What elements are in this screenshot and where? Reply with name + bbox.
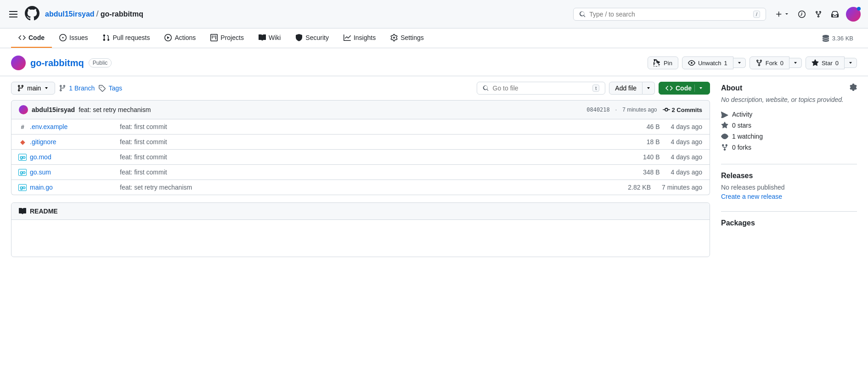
commit-username[interactable]: abdul15irsyad [32, 106, 75, 113]
about-settings-button[interactable] [850, 84, 857, 92]
file-name-text: .env.example [30, 123, 68, 130]
readme-content [11, 220, 710, 257]
file-date: 4 days ago [671, 153, 703, 161]
about-gear-icon [850, 84, 857, 91]
unwatch-dropdown[interactable] [733, 58, 746, 68]
watch-group: Unwatch 1 [682, 56, 746, 69]
branch-chevron [44, 85, 49, 91]
add-file-button[interactable]: Add file [609, 82, 643, 95]
github-logo[interactable] [25, 6, 39, 22]
search-input[interactable] [589, 11, 750, 18]
packages-section: Packages [721, 211, 857, 227]
file-search-icon [483, 84, 489, 92]
file-size: 46 B [647, 123, 671, 130]
commit-avatar [19, 105, 28, 114]
nav-security[interactable]: Security [288, 28, 336, 48]
file-name-text: .gitignore [30, 138, 56, 146]
nav-projects[interactable]: Projects [203, 28, 251, 48]
file-name[interactable]: go main.go [19, 184, 120, 191]
commit-hash[interactable]: 0840218 [586, 107, 610, 113]
forks-link[interactable]: 0 forks [732, 144, 751, 151]
file-name-text: main.go [30, 184, 53, 191]
file-table: # .env.example feat: first commit 46 B 4… [11, 119, 710, 195]
pin-label: Pin [664, 60, 672, 67]
file-name[interactable]: go go.sum [19, 168, 120, 176]
stars-link[interactable]: 0 stars [732, 122, 751, 129]
nav-actions[interactable]: Actions [157, 28, 203, 48]
star-dropdown[interactable] [845, 58, 857, 68]
actions-icon [164, 34, 172, 41]
pin-button[interactable]: Pin [648, 56, 678, 69]
file-search[interactable]: t [477, 82, 605, 95]
user-avatar[interactable] [846, 7, 861, 22]
activity-link[interactable]: Activity [732, 111, 752, 118]
fork-icon [755, 59, 763, 67]
add-chevron-icon [646, 86, 651, 90]
add-file-dropdown[interactable] [643, 82, 655, 95]
file-icon-go: go [19, 153, 26, 161]
insights-icon [344, 34, 351, 41]
repo-avatar [11, 56, 26, 70]
file-row: go main.go feat: set retry mechanism 2.8… [11, 180, 710, 195]
branch-count-link[interactable]: 1 Branch [69, 84, 95, 92]
hamburger-button[interactable] [7, 9, 19, 19]
code-btn-label: Code [676, 84, 692, 92]
code-button[interactable]: Code [659, 82, 710, 95]
unwatch-button[interactable]: Unwatch 1 [682, 56, 733, 69]
sidebar: About No description, website, or topics… [721, 76, 857, 257]
tags-link[interactable]: Tags [108, 84, 122, 92]
branch-name: main [27, 84, 41, 92]
plus-chevron-icon [784, 12, 789, 17]
file-name-text: go.mod [30, 153, 51, 161]
star-group: Star 0 [806, 56, 857, 69]
file-search-input[interactable] [493, 84, 589, 92]
create-release-link[interactable]: Create a new release [721, 193, 782, 200]
commit-message: feat: set retry mechanism [79, 106, 151, 113]
file-commit: feat: first commit [120, 168, 643, 176]
stars-stat: 0 stars [721, 120, 857, 131]
file-name[interactable]: ◆ .gitignore [19, 138, 120, 146]
commits-icon [663, 106, 670, 113]
nav-code[interactable]: Code [11, 28, 52, 48]
file-icon-go: go [19, 184, 26, 191]
commit-author: abdul15irsyad feat: set retry mechanism [19, 105, 151, 114]
timer-button[interactable] [796, 9, 807, 20]
tags-info: Tags [98, 84, 122, 92]
nav-pull-requests[interactable]: Pull requests [95, 28, 157, 48]
plus-button[interactable] [773, 9, 791, 20]
nav-wiki[interactable]: Wiki [251, 28, 288, 48]
git-button[interactable] [813, 9, 824, 20]
code-btn-caret[interactable] [694, 84, 703, 92]
fork-dropdown[interactable] [789, 58, 802, 68]
timer-icon [798, 11, 806, 18]
repo-name[interactable]: go-rabbitmq [30, 58, 84, 68]
visibility-badge: Public [89, 58, 112, 67]
storage-info: 3.36 KB [818, 34, 857, 42]
code-chevron-icon [699, 86, 703, 90]
star-button[interactable]: Star 0 [806, 56, 845, 69]
fork-button[interactable]: Fork 0 [750, 56, 789, 69]
pin-icon [654, 59, 661, 67]
star-count: 0 [835, 60, 839, 67]
file-name[interactable]: # .env.example [19, 123, 120, 130]
nav-settings[interactable]: Settings [383, 28, 431, 48]
branch-selector[interactable]: main [11, 82, 55, 95]
file-name[interactable]: go go.mod [19, 153, 120, 161]
commits-link[interactable]: 2 Commits [663, 106, 702, 113]
readme-header: README [11, 203, 710, 220]
tag-icon [98, 84, 106, 92]
file-name-text: go.sum [30, 168, 51, 176]
inbox-button[interactable] [829, 9, 840, 20]
branch-info: 1 Branch [59, 84, 95, 92]
nav-issues[interactable]: Issues [52, 28, 95, 48]
star-icon [812, 59, 819, 67]
repo-header: go-rabbitmq Public Pin Unwatch 1 Fork 0 [0, 48, 868, 76]
breadcrumb-repo[interactable]: go-rabbitmq [101, 10, 143, 18]
nav-insights[interactable]: Insights [336, 28, 383, 48]
search-bar[interactable]: / [573, 8, 766, 21]
breadcrumb-user[interactable]: abdul15irsyad [45, 10, 95, 18]
chevron-down-icon [737, 61, 742, 65]
unwatch-label: Unwatch [698, 60, 721, 67]
watching-link[interactable]: 1 watching [732, 133, 763, 140]
breadcrumb: abdul15irsyad / go-rabbitmq [45, 9, 143, 19]
